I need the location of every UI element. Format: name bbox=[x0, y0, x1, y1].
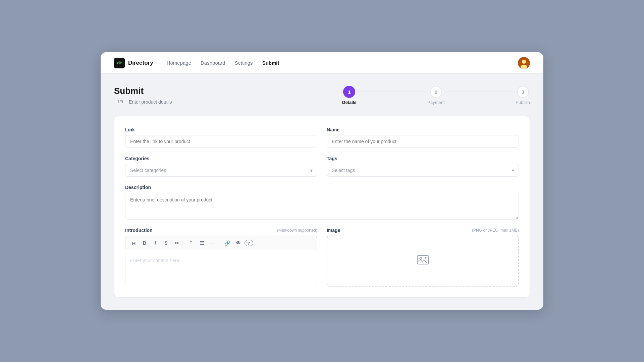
categories-select[interactable]: Select categories bbox=[125, 164, 317, 177]
step-label-1: Details bbox=[342, 100, 357, 105]
step-3: 3 Publish bbox=[516, 86, 530, 105]
avatar[interactable] bbox=[518, 57, 530, 69]
step-2: 2 Payment bbox=[427, 86, 444, 105]
nav-link-dashboard[interactable]: Dashboard bbox=[201, 60, 225, 66]
editor-toolbar: H B I S <> " ☰ ≡ 🔗 👁 ? bbox=[125, 236, 317, 250]
image-group: Image (PNG or JPEG, max 1MB) bbox=[327, 228, 519, 287]
step-circle-2: 2 bbox=[430, 86, 442, 98]
tags-select[interactable]: Select tags bbox=[327, 164, 519, 177]
page-subtitle: 1/3 Enter product details bbox=[114, 98, 172, 105]
categories-tags-row: Categories Select categories ▾ Tags Sele… bbox=[125, 156, 519, 177]
tags-group: Tags Select tags ▾ bbox=[327, 156, 519, 177]
toolbar-link-button[interactable]: 🔗 bbox=[223, 239, 232, 247]
toolbar-preview-button[interactable]: 👁 bbox=[234, 239, 243, 247]
categories-label: Categories bbox=[125, 156, 317, 161]
step-circle-3: 3 bbox=[517, 86, 529, 98]
toolbar-unordered-list-button[interactable]: ☰ bbox=[198, 239, 206, 247]
link-group: Link bbox=[125, 127, 317, 148]
intro-image-section: Introduction (Markdown supported) H B I … bbox=[125, 228, 519, 287]
toolbar-help-button[interactable]: ? bbox=[245, 240, 253, 246]
image-label: Image bbox=[327, 228, 340, 233]
page-header: Submit 1/3 Enter product details 1 Detai… bbox=[114, 86, 530, 105]
step-line-1 bbox=[357, 92, 428, 92]
name-label: Name bbox=[327, 127, 519, 132]
name-input[interactable] bbox=[327, 135, 519, 148]
tags-select-wrapper: Select tags ▾ bbox=[327, 164, 519, 177]
step-1: 1 Details bbox=[342, 86, 357, 105]
description-row: Description bbox=[125, 185, 519, 220]
image-hint: (PNG or JPEG, max 1MB) bbox=[472, 228, 519, 233]
intro-hint: (Markdown supported) bbox=[277, 228, 317, 233]
stepper: 1 Details 2 Payment 3 Publish bbox=[342, 86, 530, 105]
page-body: Submit 1/3 Enter product details 1 Detai… bbox=[101, 74, 543, 310]
toolbar-code-button[interactable]: <> bbox=[172, 239, 181, 247]
introduction-group: Introduction (Markdown supported) H B I … bbox=[125, 228, 317, 287]
intro-label-row: Introduction (Markdown supported) bbox=[125, 228, 317, 233]
nav-link-settings[interactable]: Settings bbox=[234, 60, 253, 66]
app-window: dir Directory Homepage Dashboard Setting… bbox=[101, 52, 543, 310]
intro-label: Introduction bbox=[125, 228, 153, 233]
navbar: dir Directory Homepage Dashboard Setting… bbox=[101, 52, 543, 74]
toolbar-quote-button[interactable]: " bbox=[187, 239, 196, 247]
link-label: Link bbox=[125, 127, 317, 132]
step-line-2 bbox=[445, 92, 516, 92]
nav-links: Homepage Dashboard Settings Submit bbox=[167, 60, 518, 66]
toolbar-bold-button[interactable]: B bbox=[140, 239, 149, 247]
toolbar-strikethrough-button[interactable]: S bbox=[162, 239, 170, 247]
categories-group: Categories Select categories ▾ bbox=[125, 156, 317, 177]
logo-icon: dir bbox=[114, 58, 125, 68]
nav-link-homepage[interactable]: Homepage bbox=[167, 60, 191, 66]
logo[interactable]: dir Directory bbox=[114, 58, 153, 68]
link-input[interactable] bbox=[125, 135, 317, 148]
image-label-row: Image (PNG or JPEG, max 1MB) bbox=[327, 228, 519, 233]
description-textarea[interactable] bbox=[125, 193, 519, 220]
categories-select-wrapper: Select categories ▾ bbox=[125, 164, 317, 177]
toolbar-divider-2 bbox=[220, 240, 220, 246]
step-label-2: Payment bbox=[427, 100, 444, 105]
svg-point-4 bbox=[420, 257, 422, 259]
logo-label: Directory bbox=[128, 60, 153, 66]
editor-body[interactable]: Enter your content here... bbox=[125, 253, 317, 286]
step-badge: 1/3 bbox=[114, 98, 126, 105]
page-title-area: Submit 1/3 Enter product details bbox=[114, 86, 172, 105]
step-circle-1: 1 bbox=[343, 86, 355, 98]
name-group: Name bbox=[327, 127, 519, 148]
description-label: Description bbox=[125, 185, 519, 190]
toolbar-italic-button[interactable]: I bbox=[151, 239, 160, 247]
step-label-3: Publish bbox=[516, 100, 530, 105]
form-card: Link Name Categories Select categories bbox=[114, 116, 530, 298]
svg-point-1 bbox=[522, 60, 526, 64]
page-subtitle-text: Enter product details bbox=[129, 99, 172, 105]
toolbar-heading-button[interactable]: H bbox=[129, 239, 138, 247]
upload-icon bbox=[416, 253, 430, 269]
link-name-row: Link Name bbox=[125, 127, 519, 148]
nav-link-submit[interactable]: Submit bbox=[262, 60, 279, 66]
toolbar-ordered-list-button[interactable]: ≡ bbox=[208, 239, 217, 247]
tags-label: Tags bbox=[327, 156, 519, 161]
image-upload-area[interactable] bbox=[327, 236, 519, 287]
description-group: Description bbox=[125, 185, 519, 220]
page-title: Submit bbox=[114, 86, 172, 96]
editor-placeholder: Enter your content here... bbox=[130, 258, 183, 263]
toolbar-divider-1 bbox=[184, 240, 184, 246]
